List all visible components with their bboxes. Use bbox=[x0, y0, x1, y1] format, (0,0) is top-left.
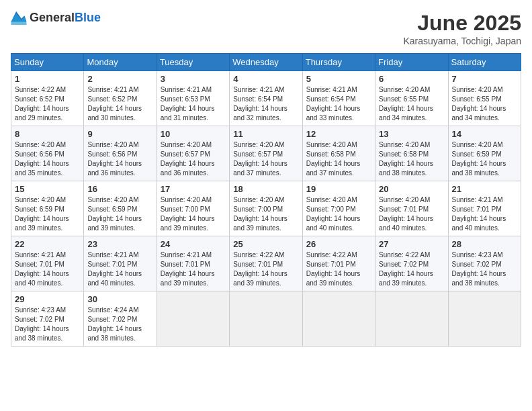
day-number: 15 bbox=[15, 184, 80, 194]
cell-sunrise: Sunrise: 4:24 AM bbox=[87, 306, 138, 314]
cell-daylight: Daylight: 14 hours and 38 minutes. bbox=[379, 160, 433, 177]
calendar-row: 22 Sunrise: 4:21 AM Sunset: 7:01 PM Dayl… bbox=[11, 236, 521, 291]
day-number: 1 bbox=[15, 74, 80, 84]
cell-sunrise: Sunrise: 4:21 AM bbox=[233, 86, 284, 93]
cell-sunrise: Sunrise: 4:22 AM bbox=[379, 251, 430, 259]
table-row: 23 Sunrise: 4:21 AM Sunset: 7:01 PM Dayl… bbox=[84, 236, 157, 291]
cell-sunset: Sunset: 7:00 PM bbox=[306, 205, 356, 213]
table-row: 3 Sunrise: 4:21 AM Sunset: 6:53 PM Dayli… bbox=[157, 71, 229, 126]
table-row: 19 Sunrise: 4:20 AM Sunset: 7:00 PM Dayl… bbox=[302, 181, 375, 236]
cell-daylight: Daylight: 14 hours and 40 minutes. bbox=[379, 215, 433, 232]
day-number: 13 bbox=[379, 129, 444, 139]
cell-sunset: Sunset: 6:57 PM bbox=[233, 150, 283, 158]
day-number: 7 bbox=[452, 74, 517, 84]
cell-sunrise: Sunrise: 4:20 AM bbox=[306, 196, 357, 203]
table-row: 13 Sunrise: 4:20 AM Sunset: 6:58 PM Dayl… bbox=[375, 126, 448, 181]
weekday-header-row: Sunday Monday Tuesday Wednesday Thursday… bbox=[11, 54, 521, 71]
cell-daylight: Daylight: 14 hours and 39 minutes. bbox=[15, 215, 69, 232]
table-row: 12 Sunrise: 4:20 AM Sunset: 6:58 PM Dayl… bbox=[302, 126, 375, 181]
table-row: 16 Sunrise: 4:20 AM Sunset: 6:59 PM Dayl… bbox=[84, 181, 157, 236]
day-number: 28 bbox=[452, 239, 517, 249]
day-number: 8 bbox=[15, 129, 80, 139]
cell-daylight: Daylight: 14 hours and 39 minutes. bbox=[87, 215, 142, 232]
cell-daylight: Daylight: 14 hours and 34 minutes. bbox=[452, 105, 506, 122]
cell-sunset: Sunset: 7:01 PM bbox=[233, 261, 283, 268]
table-row: 25 Sunrise: 4:22 AM Sunset: 7:01 PM Dayl… bbox=[230, 236, 302, 291]
cell-daylight: Daylight: 14 hours and 33 minutes. bbox=[306, 105, 361, 122]
day-number: 16 bbox=[87, 184, 152, 194]
day-number: 9 bbox=[87, 129, 152, 139]
cell-sunset: Sunset: 7:01 PM bbox=[452, 205, 502, 213]
day-number: 12 bbox=[306, 129, 371, 139]
cell-sunset: Sunset: 6:59 PM bbox=[452, 150, 502, 158]
table-row: 29 Sunrise: 4:23 AM Sunset: 7:02 PM Dayl… bbox=[11, 291, 84, 347]
cell-daylight: Daylight: 14 hours and 30 minutes. bbox=[87, 105, 142, 122]
cell-sunrise: Sunrise: 4:20 AM bbox=[306, 141, 357, 148]
cell-daylight: Daylight: 14 hours and 34 minutes. bbox=[379, 105, 433, 122]
cell-daylight: Daylight: 14 hours and 40 minutes. bbox=[452, 215, 506, 232]
cell-sunrise: Sunrise: 4:21 AM bbox=[161, 86, 212, 93]
day-number: 5 bbox=[306, 74, 371, 84]
cell-sunset: Sunset: 7:00 PM bbox=[233, 205, 283, 213]
cell-sunset: Sunset: 6:57 PM bbox=[161, 150, 210, 158]
table-row: 5 Sunrise: 4:21 AM Sunset: 6:54 PM Dayli… bbox=[302, 71, 375, 126]
cell-sunrise: Sunrise: 4:20 AM bbox=[87, 141, 138, 148]
table-row bbox=[375, 291, 448, 347]
day-number: 3 bbox=[161, 74, 226, 84]
day-number: 20 bbox=[379, 184, 444, 194]
table-row bbox=[157, 291, 229, 347]
table-row bbox=[302, 291, 375, 347]
cell-sunrise: Sunrise: 4:21 AM bbox=[87, 251, 138, 259]
cell-sunrise: Sunrise: 4:22 AM bbox=[306, 251, 357, 259]
month-year-title: June 2025 bbox=[403, 11, 521, 36]
cell-daylight: Daylight: 14 hours and 35 minutes. bbox=[15, 160, 69, 177]
day-number: 18 bbox=[233, 184, 298, 194]
table-row: 11 Sunrise: 4:20 AM Sunset: 6:57 PM Dayl… bbox=[230, 126, 302, 181]
cell-sunrise: Sunrise: 4:21 AM bbox=[161, 251, 212, 259]
day-number: 4 bbox=[233, 74, 298, 84]
cell-daylight: Daylight: 14 hours and 38 minutes. bbox=[452, 160, 506, 177]
cell-sunrise: Sunrise: 4:20 AM bbox=[161, 141, 212, 148]
cell-sunrise: Sunrise: 4:22 AM bbox=[15, 86, 66, 93]
day-number: 6 bbox=[379, 74, 444, 84]
cell-sunset: Sunset: 6:56 PM bbox=[87, 150, 137, 158]
title-block: June 2025 Karasuyama, Tochigi, Japan bbox=[403, 11, 521, 46]
cell-sunset: Sunset: 7:01 PM bbox=[161, 261, 210, 268]
cell-daylight: Daylight: 14 hours and 38 minutes. bbox=[452, 270, 506, 287]
calendar-row: 15 Sunrise: 4:20 AM Sunset: 6:59 PM Dayl… bbox=[11, 181, 521, 236]
table-row: 1 Sunrise: 4:22 AM Sunset: 6:52 PM Dayli… bbox=[11, 71, 84, 126]
table-row bbox=[448, 291, 521, 347]
cell-sunrise: Sunrise: 4:21 AM bbox=[306, 86, 357, 93]
cell-sunset: Sunset: 6:53 PM bbox=[161, 95, 210, 103]
cell-daylight: Daylight: 14 hours and 38 minutes. bbox=[15, 325, 69, 342]
day-number: 14 bbox=[452, 129, 517, 139]
cell-sunset: Sunset: 6:52 PM bbox=[15, 95, 64, 103]
cell-daylight: Daylight: 14 hours and 39 minutes. bbox=[233, 270, 287, 287]
day-number: 21 bbox=[452, 184, 517, 194]
cell-sunset: Sunset: 7:02 PM bbox=[452, 261, 502, 268]
table-row: 4 Sunrise: 4:21 AM Sunset: 6:54 PM Dayli… bbox=[230, 71, 302, 126]
day-number: 24 bbox=[161, 239, 226, 249]
table-row: 20 Sunrise: 4:20 AM Sunset: 7:01 PM Dayl… bbox=[375, 181, 448, 236]
table-row: 26 Sunrise: 4:22 AM Sunset: 7:01 PM Dayl… bbox=[302, 236, 375, 291]
day-number: 30 bbox=[87, 294, 152, 304]
cell-sunrise: Sunrise: 4:21 AM bbox=[15, 251, 66, 259]
col-tuesday: Tuesday bbox=[157, 54, 229, 71]
table-row: 6 Sunrise: 4:20 AM Sunset: 6:55 PM Dayli… bbox=[375, 71, 448, 126]
table-row: 18 Sunrise: 4:20 AM Sunset: 7:00 PM Dayl… bbox=[230, 181, 302, 236]
cell-daylight: Daylight: 14 hours and 40 minutes. bbox=[87, 270, 142, 287]
cell-sunrise: Sunrise: 4:21 AM bbox=[452, 196, 503, 203]
cell-sunrise: Sunrise: 4:20 AM bbox=[87, 196, 138, 203]
day-number: 2 bbox=[87, 74, 152, 84]
table-row: 30 Sunrise: 4:24 AM Sunset: 7:02 PM Dayl… bbox=[84, 291, 157, 347]
table-row: 7 Sunrise: 4:20 AM Sunset: 6:55 PM Dayli… bbox=[448, 71, 521, 126]
cell-sunset: Sunset: 6:55 PM bbox=[379, 95, 429, 103]
table-row: 27 Sunrise: 4:22 AM Sunset: 7:02 PM Dayl… bbox=[375, 236, 448, 291]
cell-daylight: Daylight: 14 hours and 36 minutes. bbox=[161, 160, 215, 177]
cell-daylight: Daylight: 14 hours and 36 minutes. bbox=[87, 160, 142, 177]
cell-sunrise: Sunrise: 4:22 AM bbox=[233, 251, 284, 259]
cell-sunrise: Sunrise: 4:23 AM bbox=[452, 251, 503, 259]
table-row: 8 Sunrise: 4:20 AM Sunset: 6:56 PM Dayli… bbox=[11, 126, 84, 181]
col-saturday: Saturday bbox=[448, 54, 521, 71]
table-row: 21 Sunrise: 4:21 AM Sunset: 7:01 PM Dayl… bbox=[448, 181, 521, 236]
